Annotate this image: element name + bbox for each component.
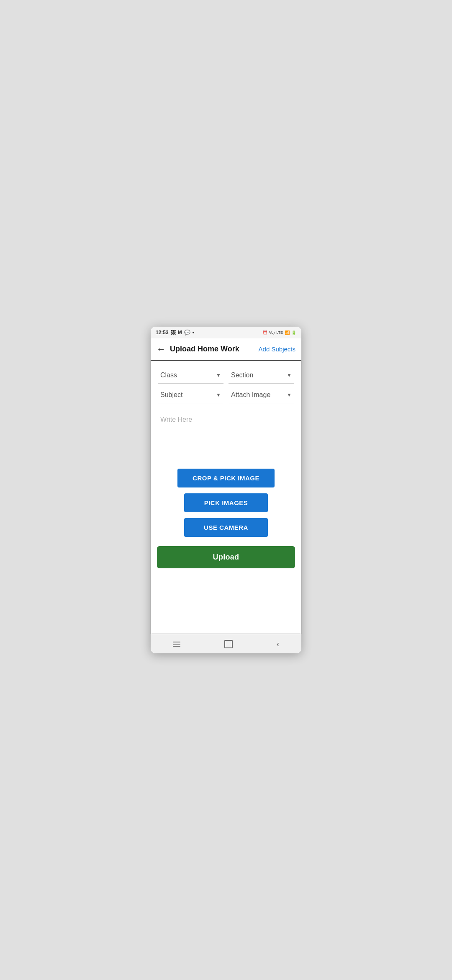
use-camera-button[interactable]: USE CAMERA <box>184 518 268 537</box>
main-content: Class ▼ Section ▼ Subject ▼ Attach Image… <box>151 360 301 634</box>
attach-image-dropdown[interactable]: Attach Image ▼ <box>229 387 294 403</box>
subject-image-row: Subject ▼ Attach Image ▼ <box>158 387 294 403</box>
time-display: 12:53 <box>156 330 169 335</box>
subject-dropdown[interactable]: Subject ▼ <box>158 387 223 403</box>
alarm-icon: ⏰ <box>262 330 267 335</box>
section-label: Section <box>231 371 253 379</box>
phone-frame: 12:53 🖼 M 💬 • ⏰ Vo) LTE 📶 🔋 ← Upload Hom… <box>151 327 301 653</box>
bottom-nav-bar: ‹ <box>151 634 301 653</box>
menu-icon <box>173 642 180 647</box>
class-label: Class <box>160 371 177 379</box>
signal-icon: 📶 <box>285 330 290 335</box>
upload-btn-container: Upload <box>151 544 301 574</box>
section-dropdown-arrow: ▼ <box>287 372 292 378</box>
photo-icon: 🖼 <box>171 330 176 335</box>
back-nav-icon: ‹ <box>277 639 280 649</box>
subject-dropdown-arrow: ▼ <box>216 392 221 398</box>
empty-space <box>151 574 301 634</box>
nav-bar: ← Upload Home Work Add Subjects <box>151 338 301 360</box>
gmail-icon: M <box>178 330 182 335</box>
subject-label: Subject <box>160 391 182 399</box>
back-button[interactable]: ← <box>157 345 166 354</box>
battery-icon: 🔋 <box>291 330 296 335</box>
pick-images-button[interactable]: PICK IMAGES <box>184 493 268 512</box>
upload-button[interactable]: Upload <box>157 546 295 568</box>
section-dropdown[interactable]: Section ▼ <box>229 367 294 384</box>
back-nav-button[interactable]: ‹ <box>268 636 288 652</box>
home-icon <box>224 640 233 648</box>
form-section: Class ▼ Section ▼ Subject ▼ Attach Image… <box>151 361 301 410</box>
home-nav-button[interactable] <box>216 637 241 652</box>
chat-icon: 💬 <box>184 330 190 335</box>
attach-image-label: Attach Image <box>231 391 270 399</box>
dot-indicator: • <box>193 330 194 335</box>
status-bar-left: 12:53 🖼 M 💬 • <box>156 330 194 335</box>
write-placeholder: Write Here <box>160 416 192 423</box>
buttons-section: CROP & PICK IMAGE PICK IMAGES USE CAMERA <box>151 460 301 544</box>
status-bar-right: ⏰ Vo) LTE 📶 🔋 <box>262 330 296 335</box>
lte-icon: LTE <box>276 330 283 335</box>
class-dropdown-arrow: ▼ <box>216 372 221 378</box>
write-area[interactable]: Write Here <box>158 410 294 460</box>
menu-nav-button[interactable] <box>164 638 189 650</box>
attach-image-arrow: ▼ <box>287 392 292 398</box>
page-title: Upload Home Work <box>170 345 259 353</box>
class-dropdown[interactable]: Class ▼ <box>158 367 223 384</box>
status-bar: 12:53 🖼 M 💬 • ⏰ Vo) LTE 📶 🔋 <box>151 327 301 338</box>
class-section-row: Class ▼ Section ▼ <box>158 367 294 384</box>
add-subjects-button[interactable]: Add Subjects <box>259 346 295 353</box>
crop-pick-image-button[interactable]: CROP & PICK IMAGE <box>177 469 275 487</box>
volte-icon: Vo) <box>269 330 275 335</box>
